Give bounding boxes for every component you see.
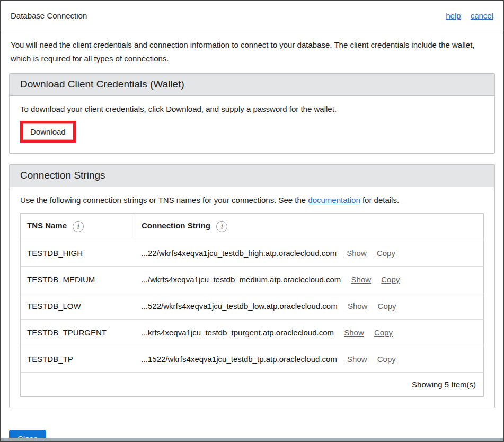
- connection-string-value: ...1522/wkrfs4xeqva1jcu_testdb_tp.atp.or…: [142, 355, 337, 364]
- connection-strings-title: Connection Strings: [10, 165, 494, 187]
- tns-name-cell: TESTDB_LOW: [21, 293, 135, 320]
- connection-string-value: ...22/wkrfs4xeqva1jcu_testdb_high.atp.or…: [142, 249, 337, 258]
- show-link[interactable]: Show: [344, 328, 364, 337]
- wallet-description: To download your client credentials, cli…: [20, 104, 484, 113]
- connection-string-cell: ...22/wkrfs4xeqva1jcu_testdb_high.atp.or…: [135, 240, 484, 267]
- connection-string-cell: ...522/wkrfs4xeqva1jcu_testdb_low.atp.or…: [135, 293, 484, 320]
- dialog-title: Database Connection: [11, 11, 87, 20]
- table-header-row: TNS Name i Connection String i: [21, 214, 484, 240]
- database-connection-dialog: Database Connection help cancel You will…: [0, 0, 504, 442]
- info-icon[interactable]: i: [73, 221, 84, 232]
- dialog-header: Database Connection help cancel: [1, 1, 503, 30]
- help-link[interactable]: help: [446, 11, 461, 20]
- intro-text: You will need the client credentials and…: [1, 30, 503, 73]
- table-row: TESTDB_LOW ...522/wkrfs4xeqva1jcu_testdb…: [21, 293, 484, 320]
- connection-string-value: ...522/wkrfs4xeqva1jcu_testdb_low.atp.or…: [142, 302, 338, 311]
- tns-name-cell: TESTDB_TPURGENT: [21, 320, 135, 346]
- items-count-label: Showing 5 Item(s): [21, 373, 484, 397]
- wallet-section-title: Download Client Credentials (Wallet): [10, 74, 494, 96]
- wallet-section-body: To download your client credentials, cli…: [10, 96, 494, 153]
- show-link[interactable]: Show: [351, 275, 372, 284]
- copy-link[interactable]: Copy: [377, 355, 396, 364]
- tns-name-cell: TESTDB_TP: [21, 346, 135, 373]
- table-row: TESTDB_TP ...1522/wkrfs4xeqva1jcu_testdb…: [21, 346, 484, 373]
- documentation-link[interactable]: documentation: [308, 196, 360, 205]
- connection-strings-table: TNS Name i Connection String i TESTDB_HI…: [20, 213, 484, 397]
- connection-string-cell: .../wkrfs4xeqva1jcu_testdb_medium.atp.or…: [135, 267, 484, 293]
- download-button[interactable]: Download: [23, 123, 73, 140]
- description-suffix: for details.: [360, 196, 399, 205]
- connection-string-column-header: Connection String i: [135, 214, 484, 240]
- header-links: help cancel: [446, 11, 493, 20]
- copy-link[interactable]: Copy: [378, 302, 396, 311]
- connection-strings-description: Use the following connection strings or …: [20, 196, 484, 205]
- tns-name-cell: TESTDB_MEDIUM: [21, 267, 135, 293]
- wallet-section: Download Client Credentials (Wallet) To …: [9, 73, 495, 154]
- connection-string-value: .../wkrfs4xeqva1jcu_testdb_medium.atp.or…: [142, 275, 341, 284]
- tns-name-header-label: TNS Name: [27, 221, 67, 230]
- red-highlight-annotation: Download: [20, 121, 76, 143]
- description-prefix: Use the following connection strings or …: [20, 196, 308, 205]
- copy-link[interactable]: Copy: [381, 275, 400, 284]
- connection-string-cell: ...krfs4xeqva1jcu_testdb_tpurgent.atp.or…: [135, 320, 484, 346]
- connection-string-cell: ...1522/wkrfs4xeqva1jcu_testdb_tp.atp.or…: [135, 346, 484, 373]
- connection-strings-section: Connection Strings Use the following con…: [9, 164, 495, 408]
- cancel-link[interactable]: cancel: [471, 11, 493, 20]
- tns-name-cell: TESTDB_HIGH: [21, 240, 135, 267]
- copy-link[interactable]: Copy: [374, 328, 393, 337]
- tns-name-column-header: TNS Name i: [21, 214, 135, 240]
- show-link[interactable]: Show: [348, 302, 368, 311]
- show-link[interactable]: Show: [347, 249, 367, 258]
- window-bottom-shadow: [1, 438, 503, 441]
- connection-string-value: ...krfs4xeqva1jcu_testdb_tpurgent.atp.or…: [142, 328, 334, 337]
- table-row: TESTDB_MEDIUM .../wkrfs4xeqva1jcu_testdb…: [21, 267, 484, 293]
- connection-strings-body: Use the following connection strings or …: [10, 187, 494, 408]
- table-footer-row: Showing 5 Item(s): [21, 373, 484, 397]
- connection-string-header-label: Connection String: [142, 221, 210, 230]
- table-row: TESTDB_HIGH ...22/wkrfs4xeqva1jcu_testdb…: [21, 240, 484, 267]
- info-icon[interactable]: i: [216, 221, 227, 232]
- show-link[interactable]: Show: [347, 355, 367, 364]
- copy-link[interactable]: Copy: [377, 249, 395, 258]
- table-row: TESTDB_TPURGENT ...krfs4xeqva1jcu_testdb…: [21, 320, 484, 346]
